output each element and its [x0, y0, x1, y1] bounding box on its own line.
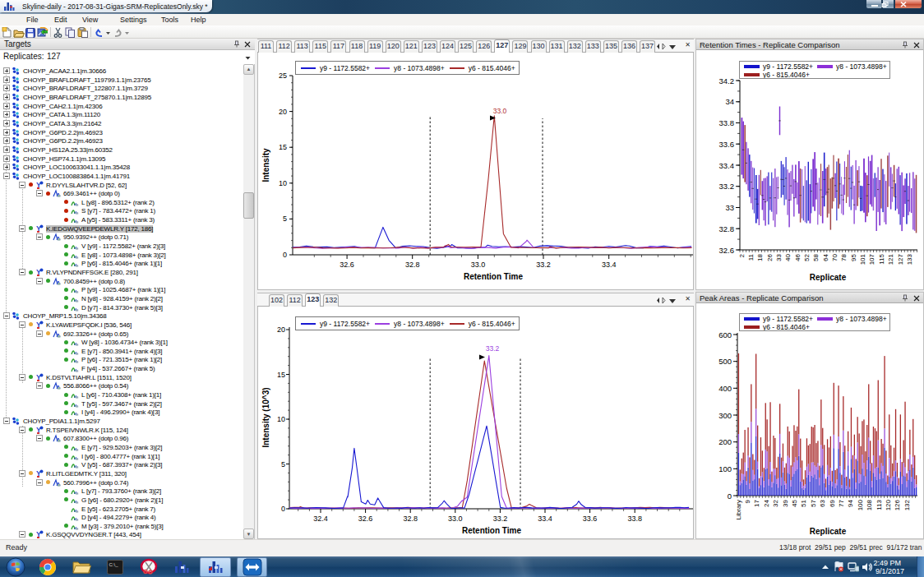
svg-text:20: 20	[279, 108, 287, 116]
svg-text:10: 10	[277, 415, 285, 423]
svg-text:0: 0	[728, 492, 732, 501]
svg-text:15: 15	[279, 143, 287, 151]
svg-text:2: 2	[738, 253, 746, 257]
svg-text:115: 115	[878, 253, 885, 264]
svg-text:32.6: 32.6	[719, 246, 735, 255]
svg-text:51: 51	[800, 499, 807, 506]
svg-text:34: 34	[725, 97, 734, 106]
svg-text:Intensity: Intensity	[261, 148, 270, 182]
svg-text:94: 94	[847, 499, 854, 506]
svg-text:132: 132	[903, 499, 911, 510]
svg-text:33.4: 33.4	[719, 161, 735, 170]
svg-text:107: 107	[868, 253, 875, 265]
svg-text:32: 32	[772, 499, 779, 506]
svg-text:Retention Time: Retention Time	[464, 272, 523, 281]
svg-text:32.4: 32.4	[313, 515, 328, 523]
svg-text:5: 5	[281, 460, 285, 469]
svg-text:52: 52	[803, 253, 811, 261]
svg-text:64: 64	[822, 253, 829, 261]
svg-text:33.0: 33.0	[448, 515, 463, 523]
svg-text:77: 77	[838, 499, 845, 506]
svg-text:24: 24	[763, 499, 770, 506]
svg-text:63: 63	[819, 499, 826, 506]
svg-text:5: 5	[283, 215, 287, 223]
svg-text:600: 600	[718, 330, 732, 339]
svg-text:25: 25	[279, 72, 287, 80]
svg-text:Intensity (10^3): Intensity (10^3)	[261, 387, 270, 447]
svg-text:120: 120	[885, 499, 892, 510]
svg-text:9: 9	[744, 499, 751, 503]
svg-text:33.0: 33.0	[493, 107, 507, 115]
svg-text:133: 133	[906, 253, 913, 265]
svg-text:33.4: 33.4	[538, 515, 552, 523]
svg-text:32.8: 32.8	[403, 515, 418, 523]
svg-text:39: 39	[782, 499, 789, 506]
svg-text:40: 40	[784, 253, 792, 261]
svg-text:127: 127	[897, 253, 904, 265]
svg-text:18: 18	[756, 253, 764, 261]
svg-text:Replicate: Replicate	[810, 527, 847, 536]
svg-text:69: 69	[829, 499, 836, 506]
svg-text:20: 20	[277, 325, 285, 334]
svg-text:58: 58	[812, 253, 820, 261]
svg-text:101: 101	[859, 253, 866, 265]
svg-text:Retention Time: Retention Time	[462, 526, 521, 535]
svg-text:Library: Library	[735, 500, 742, 519]
svg-text:33.2: 33.2	[536, 261, 551, 269]
svg-text:108: 108	[866, 499, 873, 510]
svg-text:33.6: 33.6	[583, 515, 598, 523]
svg-text:15: 15	[277, 371, 285, 379]
svg-text:121: 121	[887, 253, 894, 265]
svg-text:33.8: 33.8	[719, 118, 735, 127]
svg-text:100: 100	[718, 464, 732, 473]
svg-text:95: 95	[850, 253, 857, 261]
svg-text:400: 400	[718, 384, 732, 393]
svg-text:126: 126	[894, 499, 901, 510]
svg-text:33.4: 33.4	[602, 261, 617, 269]
svg-text:0: 0	[283, 251, 287, 259]
svg-text:33: 33	[775, 253, 783, 261]
svg-text:70: 70	[831, 253, 839, 261]
svg-text:10: 10	[279, 179, 287, 187]
svg-text:100: 100	[857, 499, 864, 510]
svg-text:200: 200	[718, 437, 732, 446]
svg-text:34.2: 34.2	[719, 76, 735, 85]
svg-text:32.6: 32.6	[340, 261, 354, 269]
svg-text:11: 11	[747, 253, 755, 261]
svg-text:300: 300	[718, 411, 732, 420]
svg-text:33.2: 33.2	[719, 182, 735, 191]
svg-text:46: 46	[794, 253, 802, 261]
svg-text:57: 57	[810, 499, 817, 506]
svg-text:45: 45	[791, 499, 798, 506]
svg-text:33.2: 33.2	[486, 344, 500, 353]
svg-text:33.8: 33.8	[627, 515, 642, 523]
svg-text:C:\_: C:\_	[109, 562, 119, 567]
svg-text:33.0: 33.0	[471, 261, 486, 269]
svg-text:32.6: 32.6	[358, 515, 373, 523]
svg-text:33.6: 33.6	[719, 140, 735, 149]
svg-text:26: 26	[766, 253, 774, 261]
svg-text:32.8: 32.8	[405, 261, 420, 269]
svg-text:113: 113	[875, 499, 883, 510]
svg-text:33: 33	[725, 203, 734, 212]
svg-text:0: 0	[281, 505, 285, 513]
svg-text:Replicate: Replicate	[810, 273, 847, 282]
svg-text:500: 500	[718, 357, 732, 366]
svg-text:78: 78	[840, 253, 848, 261]
svg-text:17: 17	[753, 499, 760, 506]
svg-text:33.2: 33.2	[493, 515, 508, 523]
svg-text:32.8: 32.8	[719, 224, 735, 233]
